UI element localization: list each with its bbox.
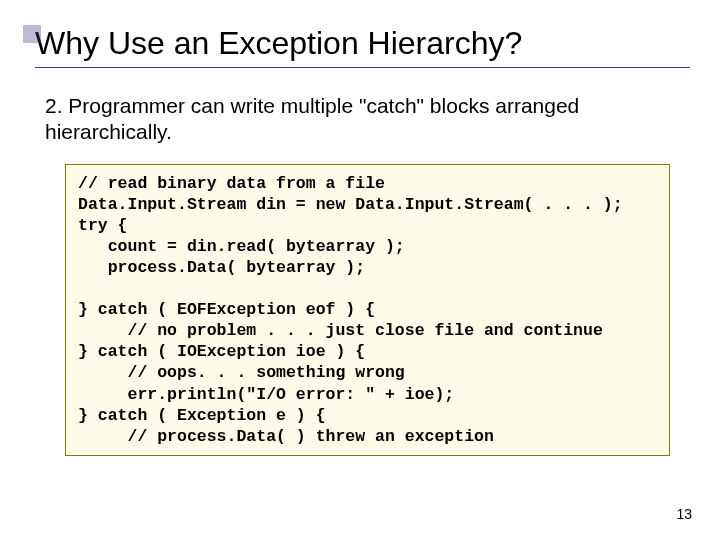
slide-title: Why Use an Exception Hierarchy? bbox=[35, 25, 690, 68]
accent-square bbox=[23, 25, 41, 43]
page-number: 13 bbox=[676, 506, 692, 522]
slide-body-text: 2. Programmer can write multiple "catch"… bbox=[45, 93, 690, 146]
code-block: // read binary data from a file Data.Inp… bbox=[65, 164, 670, 456]
